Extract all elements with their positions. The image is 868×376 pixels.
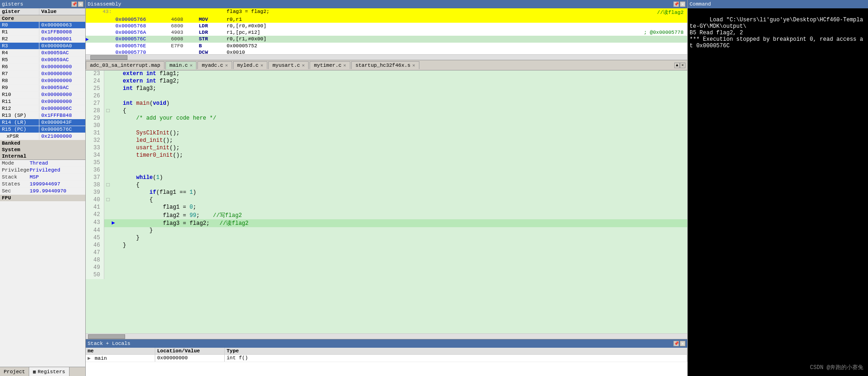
code-line-28: 28 □ { (86, 108, 687, 115)
tab-adc[interactable]: adc_03_sa_interrupt.map (86, 61, 165, 69)
code-line-44: 44 } (86, 227, 687, 235)
code-line-31: 31 SysClkInit(); (86, 130, 687, 137)
system-section: System (0, 147, 85, 153)
code-line-36: 36 (86, 167, 687, 174)
disasm-scrollbar-h[interactable] (86, 54, 687, 60)
command-content[interactable]: Load "C:\Users\li'guo'ye\Desktop\HCf460-… (688, 8, 868, 376)
stack-row-name: main (95, 356, 107, 361)
tab-myadc-close[interactable]: ✕ (225, 63, 228, 68)
tab-registers[interactable]: ▦ Registers (29, 367, 69, 376)
stack-row-location: 0x00000000 (155, 355, 225, 362)
tab-mytimer-label: mytimer.c (314, 63, 341, 68)
stack-close-btn[interactable]: ✕ (680, 341, 685, 346)
stack-header: me Location/Value Type (86, 348, 687, 355)
registers-titlebar: gisters 📌 ✕ (0, 0, 85, 8)
disasm-close-btn[interactable]: ✕ (680, 1, 685, 7)
reg-row-xpsr[interactable]: xPSR 0x21000000 (0, 133, 85, 140)
code-close-btn[interactable]: ✕ (680, 63, 685, 68)
reg-table-header: gister Value (0, 8, 85, 15)
tab-myusart[interactable]: myusart.c ✕ (268, 61, 309, 69)
disasm-row-5766: 0x00005766 4608 MOV r0,r1 (86, 16, 687, 23)
registers-title: gisters (2, 1, 23, 7)
current-instruction-arrow: ▶ (86, 36, 95, 42)
watermark: CSDN @奔跑的小赛兔 (810, 363, 863, 371)
tab-project-label: Project (4, 369, 25, 375)
code-line-27: 27 int main(void) (86, 100, 687, 108)
code-line-40: 40 □ { (86, 197, 687, 204)
tab-startup[interactable]: startup_hc32f46x.s ✕ (351, 61, 419, 69)
code-scrollbar-h[interactable] (86, 333, 687, 339)
stack-col-location: Location/Value (155, 348, 225, 354)
code-arrow-43: ▶ (112, 219, 121, 227)
registers-pin-btn[interactable]: 📌 (71, 1, 77, 7)
command-title: Command (690, 1, 711, 7)
internal-details: Mode Thread Privilege Privileged Stack M… (0, 159, 85, 195)
reg-row-r8[interactable]: R8 0x00000000 (0, 77, 85, 84)
reg-row-r14[interactable]: R14 (LR) 0x0000043F (0, 119, 85, 126)
tab-main-label: main.c (170, 63, 188, 68)
expand-icon[interactable]: ▶ (88, 356, 91, 361)
stack-titlebar: Stack + Locals 📌 ✕ (86, 339, 687, 348)
reg-row-r10[interactable]: R10 0x00000000 (0, 91, 85, 98)
reg-row-r6[interactable]: R6 0x00000000 (0, 64, 85, 70)
reg-row-r4[interactable]: R4 0x00059AC (0, 50, 85, 57)
disasm-row-5770: 0x00005770 DCW 0x0010 (86, 49, 687, 54)
code-line-35: 35 (86, 159, 687, 167)
disassembly-panel: Disassembly 📌 ✕ 43: flag3 = flag2; //读fl… (86, 0, 687, 60)
tab-myusart-close[interactable]: ✕ (302, 63, 304, 68)
code-scrollbar-thumb[interactable] (88, 334, 125, 339)
code-tabs: adc_03_sa_interrupt.map main.c ✕ myadc.c… (86, 60, 687, 70)
reg-row-r12[interactable]: R12 0x0000006C (0, 105, 85, 112)
tab-myadc[interactable]: myadc.c ✕ (197, 61, 232, 69)
reg-row-r15[interactable]: R15 (PC) 0x0000576C (0, 126, 85, 133)
reg-row-r7[interactable]: R7 0x00000000 (0, 70, 85, 77)
tab-myled-close[interactable]: ✕ (260, 63, 263, 68)
disassembly-content[interactable]: 43: flag3 = flag2; //读flag2 0x00005766 4… (86, 8, 687, 54)
tab-startup-label: startup_hc32f46x.s (355, 63, 411, 68)
tab-myled[interactable]: myled.c ✕ (233, 61, 267, 69)
disasm-pin-btn[interactable]: 📌 (673, 1, 679, 7)
reg-row-r11[interactable]: R11 0x00000000 (0, 98, 85, 105)
reg-row-r0[interactable]: R0 0x00000063 (0, 22, 85, 29)
tab-main-close[interactable]: ✕ (190, 63, 192, 68)
tab-adc-label: adc_03_sa_interrupt.map (90, 63, 160, 68)
reg-row-r5[interactable]: R5 0x00059AC (0, 57, 85, 64)
stack-pin-btn[interactable]: 📌 (673, 341, 679, 346)
code-line-34: 34 timer0_init(); (86, 152, 687, 159)
reg-row-r1[interactable]: R1 0x1FFB0008 (0, 29, 85, 36)
code-panel: adc_03_sa_interrupt.map main.c ✕ myadc.c… (86, 60, 687, 339)
stack-col-name: me (86, 348, 155, 354)
code-line-41: 41 flag1 = 0; (86, 204, 687, 211)
states-row: States 1999944697 (0, 181, 85, 188)
reg-row-r2[interactable]: R2 0x00000001 (0, 36, 85, 43)
tab-startup-close[interactable]: ✕ (412, 63, 415, 68)
tab-mytimer[interactable]: mytimer.c ✕ (310, 61, 350, 69)
code-line-38: 38 □ { (86, 182, 687, 189)
tab-project[interactable]: Project (0, 367, 29, 376)
reg-row-r3[interactable]: R3 0x000000A0 (0, 43, 85, 50)
table-icon: ▦ (33, 369, 36, 375)
code-scroll-up[interactable]: ▲ (674, 63, 680, 68)
command-titlebar: Command (688, 0, 868, 8)
bottom-tabs: Project ▦ Registers (0, 367, 85, 376)
code-line-37: 37 while(1) (86, 174, 687, 182)
stack-row-main: ▶ main 0x00000000 int f() (86, 355, 687, 362)
reg-col-name: gister (0, 8, 39, 15)
tab-mytimer-close[interactable]: ✕ (343, 63, 346, 68)
code-line-39: 39 if(flag1 == 1) (86, 189, 687, 197)
stack-content: me Location/Value Type ▶ main 0x00000000… (86, 348, 687, 376)
registers-close-btn[interactable]: ✕ (78, 1, 83, 7)
privilege-row: Privilege Privileged (0, 167, 85, 174)
code-line-32: 32 led_init(); (86, 137, 687, 145)
disasm-row-576c: ▶ 0x0000576C 6008 STR r0,[r1,#0x00] (86, 36, 687, 43)
code-line-30: 30 (86, 122, 687, 130)
code-line-49: 49 (86, 264, 687, 272)
tab-main[interactable]: main.c ✕ (165, 61, 197, 70)
command-panel: Command Load "C:\Users\li'guo'ye\Desktop… (687, 0, 868, 376)
disasm-scrollbar-thumb[interactable] (90, 55, 127, 60)
code-content[interactable]: 23 extern int flag1; 24 extern int flag2… (86, 70, 687, 333)
tab-registers-label: Registers (38, 369, 65, 375)
reg-row-r13[interactable]: R13 (SP) 0x1FFFB848 (0, 112, 85, 119)
reg-row-r9[interactable]: R9 0x00059AC (0, 84, 85, 91)
stack-row-type: int f() (225, 355, 687, 362)
